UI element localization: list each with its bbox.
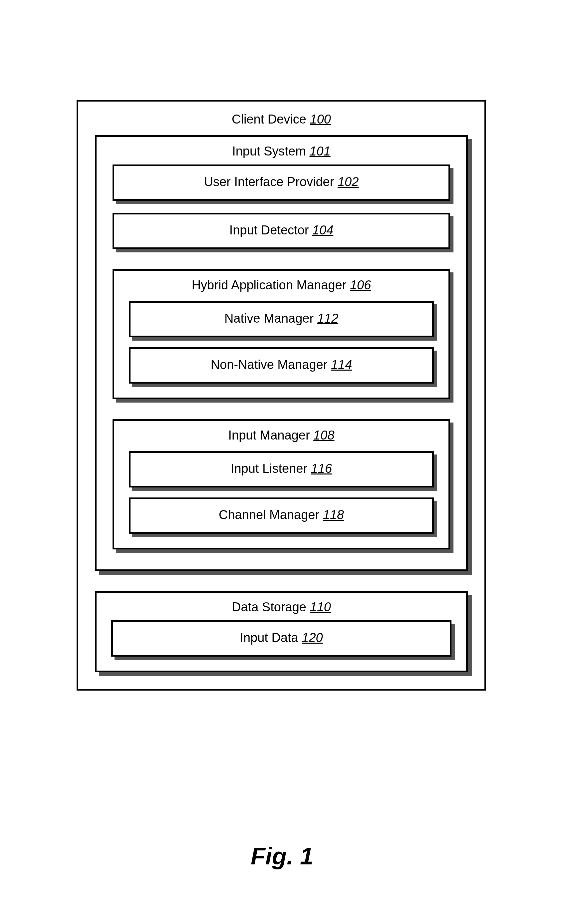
input-mgr-label: Input Manager [228,428,310,442]
data-storage-box: Data Storage 110 Input Data 120 [95,591,468,672]
input-listener-box: Input Listener 116 [129,451,434,488]
ui-provider-ref: 102 [338,175,358,189]
ui-provider-box: User Interface Provider 102 [112,165,450,201]
client-device-box: Client Device 100 Input System 101 User … [76,100,486,691]
input-listener-label: Input Listener [231,462,307,476]
input-data-ref: 120 [302,631,322,645]
input-detector-ref: 104 [312,223,333,237]
ui-provider-label: User Interface Provider [204,175,334,189]
input-mgr-box: Input Manager 108 Input Listener 116 Cha… [112,419,450,549]
data-storage-title: Data Storage 110 [232,600,331,614]
input-listener-title: Input Listener 116 [231,462,332,476]
input-detector-box: Input Detector 104 [112,213,450,249]
input-mgr-title: Input Manager 108 [228,428,334,442]
figure-caption: Fig. 1 [0,842,564,870]
ui-provider-title: User Interface Provider 102 [204,175,359,189]
non-native-mgr-title: Non-Native Manager 114 [211,358,352,372]
input-listener-ref: 116 [311,462,332,476]
client-device-title: Client Device 100 [232,112,331,126]
client-device-ref: 100 [310,112,331,126]
native-mgr-title: Native Manager 112 [224,311,338,326]
channel-mgr-title: Channel Manager 118 [219,508,344,522]
channel-mgr-ref: 118 [323,508,344,522]
channel-mgr-label: Channel Manager [219,508,319,522]
input-detector-label: Input Detector [230,223,309,237]
hybrid-app-mgr-title: Hybrid Application Manager 106 [192,278,371,292]
input-detector-title: Input Detector 104 [230,223,334,237]
hybrid-app-mgr-ref: 106 [350,278,371,292]
hybrid-app-mgr-box: Hybrid Application Manager 106 Native Ma… [112,269,450,399]
input-data-title: Input Data 120 [240,631,322,645]
data-storage-ref: 110 [310,600,331,614]
native-mgr-box: Native Manager 112 [129,301,434,337]
data-storage-label: Data Storage [232,600,306,614]
input-data-box: Input Data 120 [111,620,452,657]
input-system-box: Input System 101 User Interface Provider… [95,135,468,571]
non-native-mgr-box: Non-Native Manager 114 [129,347,434,384]
hybrid-app-mgr-label: Hybrid Application Manager [192,278,346,292]
input-system-label: Input System [232,144,306,158]
client-device-label: Client Device [232,112,306,126]
input-data-label: Input Data [240,631,298,645]
input-mgr-ref: 108 [313,428,334,442]
non-native-mgr-label: Non-Native Manager [211,358,328,372]
channel-mgr-box: Channel Manager 118 [129,498,434,534]
input-system-ref: 101 [309,144,330,158]
native-mgr-label: Native Manager [224,311,314,326]
native-mgr-ref: 112 [317,311,338,326]
non-native-mgr-ref: 114 [331,358,352,372]
input-system-title: Input System 101 [232,144,331,159]
